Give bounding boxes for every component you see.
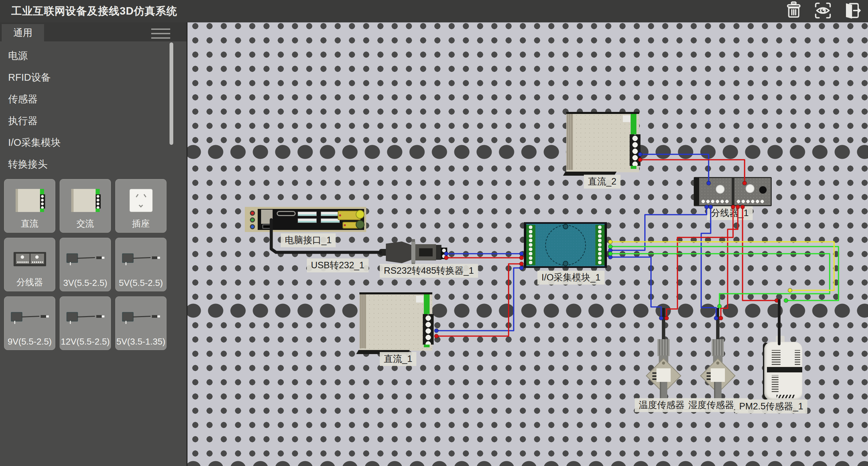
adapter-icon: [121, 310, 161, 326]
sidebar-item-1[interactable]: RFID设备: [0, 66, 186, 88]
palette-item-label: 插座: [116, 218, 166, 230]
exit-button[interactable]: [842, 1, 863, 21]
device-label: RS232转485转换器_1: [380, 264, 478, 278]
tab-general[interactable]: 通用: [2, 24, 44, 41]
sidebar-item-0[interactable]: 电源: [0, 45, 186, 66]
pegboard-band: [188, 303, 868, 318]
eye-scan-icon: [814, 1, 832, 21]
device-label: 电脑接口_1: [281, 233, 336, 247]
palette-item-6[interactable]: 9V(5.5-2.5): [4, 296, 55, 350]
page-title: 工业互联网设备及接线3D仿真系统: [11, 4, 177, 18]
power-supply-icon: [16, 189, 44, 212]
palette-item-label: 交流: [60, 218, 111, 230]
palette-item-1[interactable]: 交流: [60, 179, 111, 233]
palette-item-3[interactable]: 分线器: [4, 238, 55, 291]
socket-icon: [130, 189, 152, 212]
palette-item-8[interactable]: 5V(3.5-1.35): [115, 296, 166, 350]
device-label: 直流_2: [584, 175, 620, 189]
category-menu: 电源RFID设备传感器执行器I/O采集模块转换接头: [0, 45, 186, 175]
device-label: I/O采集模块_1: [537, 271, 605, 285]
device-dc-power-1[interactable]: [359, 292, 432, 351]
trash-icon: [785, 1, 803, 21]
menu-icon[interactable]: [151, 28, 170, 39]
palette-item-label: 9V(5.5-2.5): [4, 336, 55, 347]
device-label: USB转232_1: [307, 258, 369, 272]
palette-item-label: 分线器: [4, 276, 55, 288]
palette-item-label: 5V(3.5-1.35): [116, 336, 166, 347]
device-dc-power-2[interactable]: [566, 112, 639, 172]
sidebar-item-5[interactable]: 转换接头: [0, 153, 186, 175]
palette-item-label: 12V(5.5-2.5): [60, 336, 111, 347]
simulation-canvas[interactable]: 直流_2 分线器_1 电脑接口_1 USB转232_1 RS232转485转换器…: [188, 22, 868, 466]
palette-item-label: 3V(5.5-2.5): [60, 278, 111, 288]
app-window: 工业互联网设备及接线3D仿真系统: [0, 0, 868, 466]
adapter-icon: [66, 310, 105, 326]
device-label: 分线器_1: [707, 206, 753, 220]
exit-door-icon: [843, 1, 861, 21]
sidebar-item-3[interactable]: 执行器: [0, 110, 186, 132]
sidebar-item-2[interactable]: 传感器: [0, 88, 186, 110]
palette-item-0[interactable]: 直流: [4, 179, 55, 233]
adapter-icon: [121, 251, 161, 267]
delete-button[interactable]: [783, 1, 804, 21]
toolbar: [783, 1, 863, 21]
pegboard-band: [188, 460, 868, 466]
adapter-icon: [66, 251, 105, 267]
device-pc-io-panel-1[interactable]: [245, 207, 366, 232]
adapter-icon: [10, 310, 50, 326]
palette-item-label: 5V(5.5-2.5): [116, 278, 166, 288]
device-label: PM2.5传感器_1: [735, 400, 807, 413]
device-pm25-sensor-1[interactable]: [764, 342, 802, 400]
pegboard-band: [188, 144, 868, 160]
palette-item-label: 直流: [4, 218, 55, 230]
palette-item-5[interactable]: 5V(5.5-2.5): [115, 238, 166, 291]
palette-item-4[interactable]: 3V(5.5-2.5): [60, 238, 111, 291]
view-button[interactable]: [812, 1, 833, 21]
palette-item-7[interactable]: 12V(5.5-2.5): [60, 296, 111, 350]
title-bar: 工业互联网设备及接线3D仿真系统: [0, 0, 868, 22]
device-label: 直流_1: [380, 352, 416, 366]
device-palette: 直流交流插座分线器3V(5.5-2.5)5V(5.5-2.5)9V(5.5-2.…: [4, 179, 175, 350]
palette-item-2[interactable]: 插座: [115, 179, 166, 233]
sidebar: 通用 电源RFID设备传感器执行器I/O采集模块转换接头 直流交流插座分线器3V…: [0, 22, 188, 466]
device-rs232-485-converter-1[interactable]: [379, 241, 447, 263]
device-temperature-sensor-1[interactable]: [648, 308, 679, 410]
power-supply-icon: [71, 189, 100, 212]
device-io-module-1[interactable]: [524, 222, 607, 268]
device-splitter-1[interactable]: [694, 177, 772, 206]
splitter-icon: [14, 252, 46, 266]
device-humidity-sensor-1[interactable]: [703, 308, 733, 410]
sidebar-item-4[interactable]: I/O采集模块: [0, 132, 186, 153]
sidebar-scrollbar[interactable]: [170, 42, 173, 145]
